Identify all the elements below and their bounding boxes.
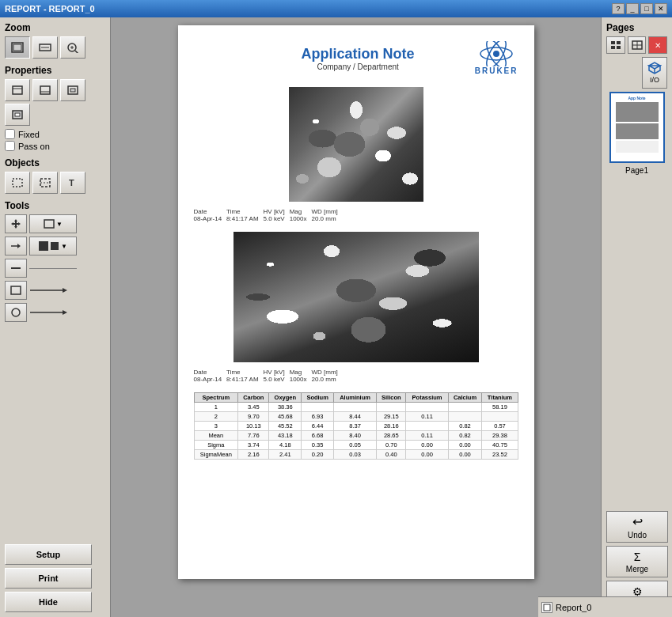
setup-button[interactable]: Setup [5, 544, 92, 565]
fill-dropdown-button[interactable]: ▼ [29, 237, 77, 256]
zoom-in-button[interactable] [60, 36, 85, 59]
prop-btn-3[interactable] [60, 79, 85, 101]
table-cell [334, 403, 377, 412]
title-bar: REPORT - REPORT_0 ? _ □ ✕ [0, 0, 672, 17]
table-cell: 0.11 [406, 412, 448, 422]
properties-section: Properties [5, 65, 105, 151]
table-cell: 0.35 [302, 441, 334, 450]
io-btn-container: I/O [606, 57, 667, 89]
time-label-2: Time [226, 369, 263, 376]
app-note-title: Application Note Company / Department [302, 46, 415, 71]
undo-button[interactable]: ↩ Undo [606, 511, 668, 543]
zoom-label: Zoom [5, 22, 105, 33]
merge-icon: Σ [634, 551, 641, 563]
print-button[interactable]: Print [5, 568, 92, 589]
wd-val-1: 20.0 mm [312, 215, 343, 222]
hv-label-1: HV [kV] [264, 208, 290, 215]
prop-btn-2[interactable] [32, 79, 58, 101]
sem-img-canvas-1 [289, 87, 423, 202]
move-tool-button[interactable] [5, 214, 27, 233]
table-cell: 2 [194, 412, 238, 422]
left-panel: Zoom Properties [0, 17, 111, 617]
table-cell: 4.18 [269, 441, 302, 450]
svg-rect-10 [40, 86, 50, 94]
bottom-bar-text: Report_0 [556, 603, 591, 612]
table-cell: Mean [194, 431, 238, 441]
table-cell: 0.00 [406, 450, 448, 460]
svg-line-5 [75, 51, 78, 53]
image2-metadata: Date Time HV [kV] Mag WD [mm] 08-Apr-14 … [194, 369, 518, 383]
table-cell: 2.41 [269, 450, 302, 460]
dropdown-arrow-1: ▼ [56, 221, 63, 228]
objects-region-button[interactable] [32, 172, 58, 194]
col-calcium: Calcium [448, 393, 482, 403]
merge-button[interactable]: Σ Merge [606, 546, 668, 577]
prop-btn-1[interactable] [5, 79, 30, 101]
tools-row-4 [5, 281, 105, 300]
col-silicon: Silicon [377, 393, 406, 403]
col-titanium: Titanium [482, 393, 518, 403]
passon-checkbox-row: Pass on [5, 141, 105, 151]
mag-val-1: 1000x [290, 215, 312, 222]
hide-button[interactable]: Hide [5, 592, 92, 612]
help-button[interactable]: ? [612, 3, 625, 14]
page-thumbnail[interactable]: App Note [609, 92, 665, 163]
objects-select-button[interactable] [5, 172, 30, 194]
table-cell: 38.36 [269, 403, 302, 412]
zoom-section: Zoom [5, 22, 105, 59]
pages-grid-large-button[interactable] [628, 36, 647, 54]
zoom-fit-width-button[interactable] [32, 36, 58, 59]
io-label: I/O [650, 76, 659, 84]
table-cell: 8.40 [334, 431, 377, 441]
page-content: Application Note Company / Department BR… [178, 25, 534, 579]
properties-label: Properties [5, 65, 105, 76]
date-val-2: 08-Apr-14 [194, 376, 227, 383]
image1-metadata: Date Time HV [kV] Mag WD [mm] 08-Apr-14 … [194, 208, 518, 222]
box-dropdown-button[interactable]: ▼ [29, 214, 77, 233]
arrow-right-button[interactable] [5, 237, 27, 256]
circle-tool-button[interactable] [5, 303, 27, 322]
table-cell: 43.18 [269, 431, 302, 441]
svg-marker-43 [649, 66, 660, 69]
rect-tool-button[interactable] [5, 281, 27, 300]
bottom-bar-icon [541, 602, 552, 613]
table-row: 310.1345.526.448.3728.160.820.57 [194, 422, 518, 431]
pages-title: Pages [606, 22, 667, 33]
bruker-atom-icon [479, 41, 514, 66]
table-cell [302, 403, 334, 412]
table-cell [448, 412, 482, 422]
tools-row-3 [5, 259, 105, 278]
pages-close-button[interactable]: ✕ [648, 36, 667, 54]
table-cell: 0.40 [377, 450, 406, 460]
close-button[interactable]: ✕ [655, 3, 667, 14]
svg-rect-1 [13, 44, 21, 51]
objects-text-button[interactable]: T [60, 172, 85, 194]
svg-marker-22 [17, 244, 21, 248]
minimize-button[interactable]: _ [626, 3, 639, 14]
line-tool-button[interactable] [5, 259, 27, 278]
col-aluminium: Aluminium [334, 393, 377, 403]
tools-label: Tools [5, 200, 105, 211]
hv-val-1: 5.0 keV [264, 215, 290, 222]
right-panel: Pages ✕ I/O [601, 17, 672, 617]
dropdown-arrow-2: ▼ [61, 243, 67, 250]
zoom-fit-page-button[interactable] [5, 36, 30, 59]
passon-checkbox[interactable] [5, 141, 15, 151]
table-cell: 0.00 [406, 441, 448, 450]
wd-label-1: WD [mm] [312, 208, 343, 215]
fixed-checkbox[interactable] [5, 129, 15, 139]
io-button[interactable]: I/O [642, 57, 667, 89]
table-cell: 6.93 [302, 412, 334, 422]
table-cell: 29.15 [377, 412, 406, 422]
table-cell: 1 [194, 403, 238, 412]
sem-image-2 [233, 232, 479, 362]
center-panel: Application Note Company / Department BR… [111, 17, 601, 617]
maximize-button[interactable]: □ [640, 3, 653, 14]
table-cell [406, 403, 448, 412]
table-cell: 29.38 [482, 431, 518, 441]
pages-grid-small-button[interactable] [606, 36, 625, 54]
table-row: Mean7.7643.186.688.4028.650.110.8229.38 [194, 431, 518, 441]
time-val-2: 8:41:17 AM [226, 376, 263, 383]
prop-btn-4[interactable] [5, 104, 30, 126]
table-cell: 0.57 [482, 422, 518, 431]
